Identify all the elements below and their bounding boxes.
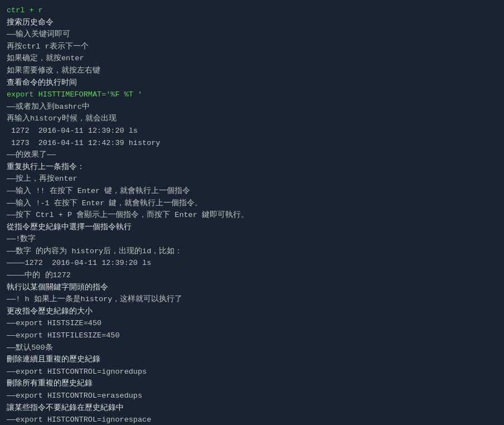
terminal-line: ——! h 如果上一条是history，这样就可以执行了 (7, 293, 497, 306)
terminal-line: ——!数字 (7, 233, 497, 245)
terminal-line: ——export HISTSIZE=450 (7, 317, 497, 330)
terminal-line: 再按ctrl r表示下一个 (7, 41, 497, 53)
terminal-line: ——数字 的内容为 history后，出现的id，比如： (7, 245, 497, 258)
terminal-line: ————中的 的1272 (7, 269, 497, 282)
terminal-line: 再输入history时候，就会出现 (7, 113, 497, 125)
terminal-line: 如果确定，就按enter (7, 52, 497, 65)
terminal-line: 1272 2016-04-11 12:39:20 ls (7, 125, 497, 137)
terminal-line: 查看命令的执行时间 (7, 77, 497, 89)
terminal-line: ——export HISTCONTROL=erasedups (7, 390, 497, 402)
terminal-line: ctrl + r (7, 4, 497, 17)
terminal-line: ——或者加入到bashrc中 (7, 101, 497, 113)
terminal-line: ——export HISTFILESIZE=450 (7, 330, 497, 342)
terminal-line: ——export HISTCONTROL=ignorespace (7, 414, 497, 425)
terminal-line: ——按上，再按enter (7, 173, 497, 185)
terminal-line: ————1272 2016-04-11 12:39:20 ls (7, 257, 497, 269)
terminal-line: 如果需要修改，就按左右键 (7, 65, 497, 77)
terminal-line: 搜索历史命令 (7, 17, 497, 29)
terminal-line: 讓某些指令不要紀錄在歷史紀錄中 (7, 402, 497, 414)
terminal-line: ——的效果了—— (7, 149, 497, 161)
terminal-line: 更改指令歷史紀錄的大小 (7, 306, 497, 318)
terminal-line: ——输入 !! 在按下 Enter 键，就會執行上一個指令 (7, 185, 497, 197)
terminal-line: ——输入 !-1 在按下 Enter 鍵，就會執行上一個指令。 (7, 197, 497, 210)
terminal-line: 執行以某個關鍵字開頭的指令 (7, 282, 497, 294)
terminal-line: ——export HISTCONTROL=ignoredups (7, 366, 497, 378)
terminal-content: ctrl + r搜索历史命令——输入关键词即可再按ctrl r表示下一个如果确定… (7, 4, 497, 425)
terminal-line: 從指令歷史紀錄中選擇一個指令執行 (7, 221, 497, 234)
terminal-line: ——默认500条 (7, 342, 497, 354)
terminal-line: 刪除所有重複的歷史紀錄 (7, 378, 497, 390)
terminal-line: ——输入关键词即可 (7, 28, 497, 41)
terminal-line: export HISTTIMEFORMAT='%F %T ' (7, 89, 497, 101)
terminal-line: 刪除連續且重複的歷史紀錄 (7, 354, 497, 366)
terminal-line: ——按下 Ctrl + P 會顯示上一個指令，而按下 Enter 鍵即可執行。 (7, 209, 497, 221)
terminal-line: 1273 2016-04-11 12:42:39 history (7, 137, 497, 149)
terminal-line: 重复执行上一条指令： (7, 161, 497, 173)
